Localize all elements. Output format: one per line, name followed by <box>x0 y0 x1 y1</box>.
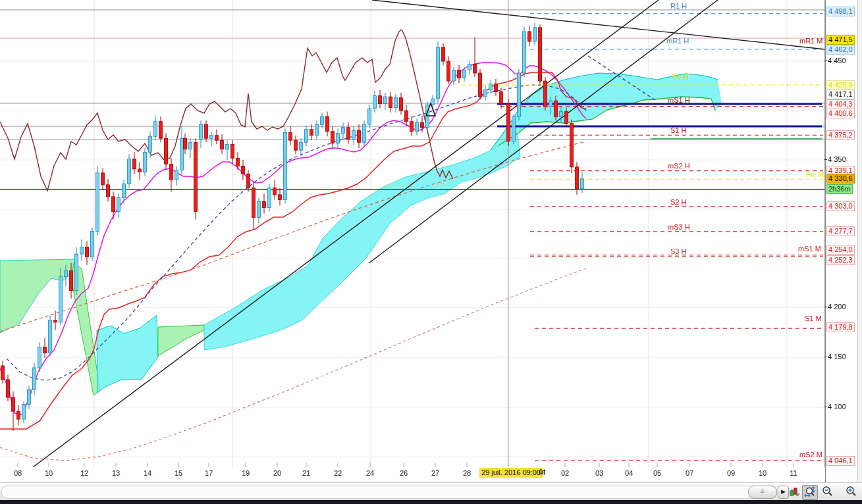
price-level-label: 4 498,1 <box>826 7 855 16</box>
time-axis-label: 07 <box>686 469 693 477</box>
candlestick <box>473 64 477 74</box>
candlestick <box>268 188 271 207</box>
candlestick <box>279 195 282 200</box>
candlestick <box>205 124 208 138</box>
candlestick <box>117 197 121 211</box>
time-axis-label: 10 <box>759 469 767 477</box>
chart-settings-icon[interactable] <box>788 485 802 499</box>
candlestick <box>236 158 240 166</box>
price-level-label: 4 179,8 <box>826 322 855 332</box>
candlestick <box>576 167 579 189</box>
time-axis-label: 17 <box>205 469 213 477</box>
candlestick <box>215 136 219 141</box>
candlestick <box>231 144 234 158</box>
candlestick <box>500 92 503 104</box>
pivot-label: mS2 M <box>799 451 822 459</box>
candlestick <box>554 101 558 116</box>
pivot-label: S2 H <box>670 198 687 206</box>
price-axis-tick: 4 150 <box>828 353 846 361</box>
horizontal-scrollbar-track[interactable] <box>1 486 777 499</box>
candlestick <box>22 405 26 420</box>
bottom-toolbar: ≡ ▶ <box>0 482 862 501</box>
candlestick <box>437 47 440 99</box>
candlestick <box>560 112 563 117</box>
time-axis-label: 11 <box>790 469 797 477</box>
candlestick <box>528 32 531 41</box>
candlestick <box>300 142 303 150</box>
candlestick <box>581 179 584 189</box>
crosshair-date-label: 29 juil. 2016 09:00 <box>479 468 543 478</box>
candlestick <box>91 232 94 257</box>
price-chart[interactable]: R1 HmR1 HPiv HmS1 HS1 HmS2 HPiv MS2 HmS3… <box>0 0 825 467</box>
pivot-label: mS1 H <box>668 96 690 104</box>
time-axis-label: 28 <box>463 469 471 477</box>
candlestick <box>184 138 187 149</box>
candlestick <box>305 130 308 143</box>
window-bottom-bar <box>0 500 862 504</box>
candlestick <box>263 201 266 207</box>
candlestick <box>28 390 31 405</box>
time-axis-label: 22 <box>334 469 342 477</box>
price-axis[interactable]: 4 4504 3504 2004 1504 1004 462,64 498,14… <box>825 0 857 482</box>
candlestick <box>373 96 377 109</box>
pivot-label: mR1 M <box>799 37 822 45</box>
candlestick <box>159 122 163 139</box>
candlestick <box>315 124 319 136</box>
candlestick <box>289 132 292 140</box>
chart-canvas[interactable]: R1 HmR1 HPiv HmS1 HS1 HmS2 HPiv MS2 HmS3… <box>0 0 825 467</box>
candlestick <box>128 159 131 184</box>
price-axis-tick: 4 450 <box>828 57 846 64</box>
time-axis-label: 27 <box>431 469 439 477</box>
price-level-label: 4 417,1 <box>826 89 855 99</box>
candlestick <box>144 152 147 172</box>
candlestick <box>75 254 78 291</box>
candlestick <box>17 411 20 419</box>
time-axis[interactable]: 29 juil. 2016 09:00 ût 08101213141517192… <box>0 467 825 482</box>
candlestick <box>175 170 178 180</box>
candlestick <box>133 159 136 169</box>
candlestick <box>342 128 345 134</box>
candlestick <box>252 188 256 217</box>
candlestick <box>194 142 198 211</box>
time-axis-label: 15 <box>175 469 182 477</box>
time-axis-label: 05 <box>653 469 661 477</box>
candlestick <box>96 173 99 232</box>
candlestick <box>221 140 224 149</box>
candlestick <box>452 70 456 82</box>
candlestick <box>489 84 493 90</box>
candlestick <box>59 277 63 322</box>
pivot-label: mS3 H <box>668 223 690 231</box>
ichimoku-cloud <box>204 133 520 350</box>
candlestick <box>210 136 213 139</box>
candlestick <box>352 130 356 139</box>
candlestick <box>358 130 361 142</box>
candlestick <box>337 134 340 143</box>
candlestick <box>273 188 277 195</box>
time-axis-label: 14 <box>144 469 151 477</box>
candlestick <box>54 320 57 322</box>
candlestick <box>410 122 414 132</box>
candlestick <box>33 368 36 390</box>
horizontal-scrollbar-thumb[interactable]: ≡ <box>748 486 777 499</box>
zoom-out-icon[interactable] <box>820 485 834 499</box>
candlestick <box>138 169 142 172</box>
candlestick <box>379 96 382 104</box>
time-axis-label: 24 <box>366 469 374 477</box>
candlestick <box>122 184 126 197</box>
candlestick <box>416 122 419 132</box>
candlestick <box>112 197 115 212</box>
candlestick <box>7 380 10 397</box>
candlestick <box>310 130 313 136</box>
chart-window: R1 HmR1 HPiv HmS1 HS1 HmS2 HPiv MS2 HmS3… <box>0 0 862 504</box>
price-level-label: 2h36m <box>826 184 853 194</box>
candlestick <box>284 132 287 199</box>
candlestick <box>165 138 168 164</box>
zoom-in-icon[interactable] <box>844 485 858 499</box>
zoom-both-axes-icon[interactable] <box>802 485 818 500</box>
time-axis-label: 12 <box>80 469 88 477</box>
candlestick <box>43 347 47 353</box>
price-level-label: 4 303,0 <box>826 201 855 211</box>
pivot-label: mS2 H <box>668 162 690 170</box>
price-level-label: 4 254,0 <box>826 245 855 255</box>
price-level-label: 4 471,5 <box>826 35 855 45</box>
